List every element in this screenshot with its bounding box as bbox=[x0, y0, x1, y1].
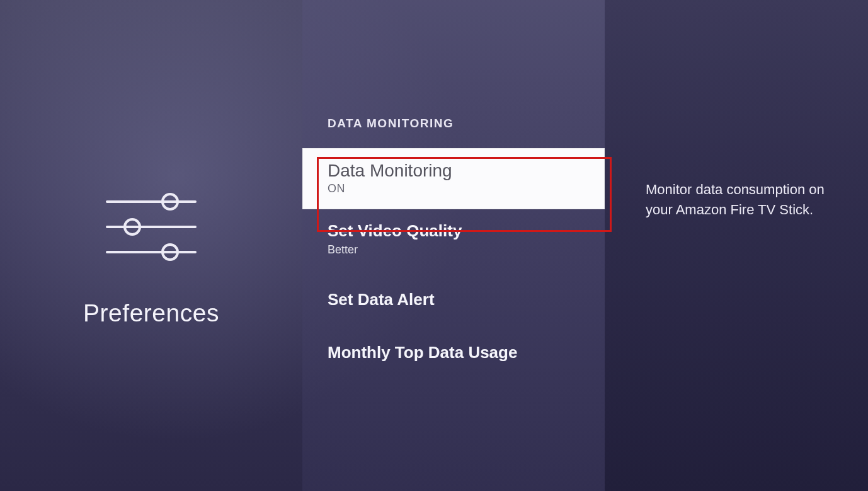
left-pane: Preferences bbox=[0, 0, 302, 491]
menu-item-data-monitoring[interactable]: Data Monitoring ON bbox=[302, 148, 605, 209]
sliders-icon bbox=[104, 189, 198, 265]
settings-screen: Preferences DATA MONITORING Data Monitor… bbox=[0, 0, 868, 491]
menu-item-subtitle: Better bbox=[328, 243, 580, 257]
menu-item-title: Monthly Top Data Usage bbox=[328, 344, 580, 362]
menu-item-title: Set Video Quality bbox=[328, 222, 580, 241]
menu-item-description: Monitor data consumption on your Amazon … bbox=[646, 180, 837, 220]
menu-item-subtitle: ON bbox=[328, 182, 580, 195]
menu-item-monthly-top-data-usage[interactable]: Monthly Top Data Usage bbox=[302, 331, 605, 376]
menu-pane: DATA MONITORING Data Monitoring ON Set V… bbox=[302, 0, 605, 491]
menu-item-set-data-alert[interactable]: Set Data Alert bbox=[302, 270, 605, 331]
menu-item-title: Data Monitoring bbox=[328, 161, 580, 181]
menu-item-set-video-quality[interactable]: Set Video Quality Better bbox=[302, 209, 605, 270]
section-header: DATA MONITORING bbox=[302, 117, 605, 148]
menu-item-title: Set Data Alert bbox=[328, 291, 580, 309]
description-pane: Monitor data consumption on your Amazon … bbox=[605, 0, 868, 491]
left-pane-title: Preferences bbox=[83, 299, 219, 327]
